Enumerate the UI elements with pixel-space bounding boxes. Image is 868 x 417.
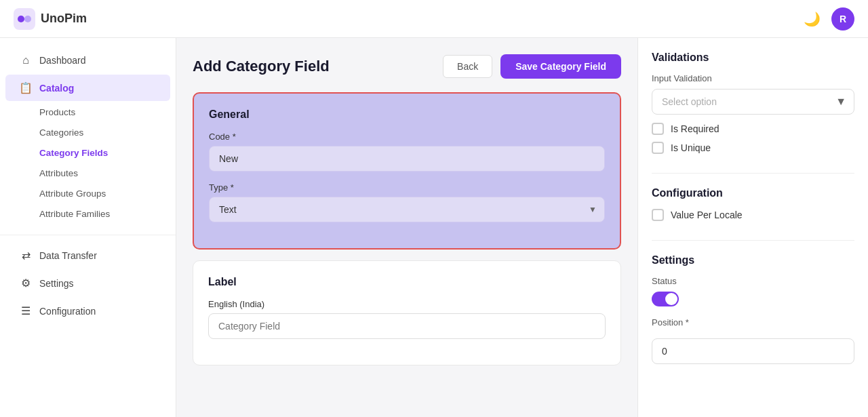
validations-title: Validations [652,52,854,64]
type-field-group: Type * Text ▼ [209,182,605,222]
logo-area: UnoPim [14,8,87,30]
general-card-title: General [209,108,605,121]
dashboard-icon: ⌂ [19,54,33,66]
settings-icon: ⚙ [19,277,33,290]
validations-section: Validations Input Validation Select opti… [652,52,854,154]
main-layout: ⌂ Dashboard 📋 Catalog Products Categorie… [0,38,868,417]
code-field-group: Code * [209,132,605,172]
logo-icon [14,8,35,30]
configuration-icon: ☰ [19,304,33,317]
input-validation-select[interactable]: Select option [652,89,854,115]
sidebar-item-attribute-families-label: Attribute Families [39,209,110,219]
sidebar-item-data-transfer-label: Data Transfer [39,250,97,261]
is-required-checkbox[interactable] [652,123,664,135]
position-input[interactable] [652,338,854,364]
validation-checkboxes: Is Required Is Unique [652,123,854,154]
main-content: Add Category Field Back Save Category Fi… [176,38,637,417]
sidebar-item-category-fields[interactable]: Category Fields [5,143,170,163]
locale-label: English (India) [208,299,606,309]
input-validation-select-wrapper: Select option ▼ [652,89,854,115]
type-select-wrapper: Text ▼ [209,197,605,222]
user-avatar[interactable]: R [831,7,854,31]
toggle-knob [665,293,677,305]
configuration-title: Configuration [652,187,854,199]
sidebar-item-configuration[interactable]: ☰ Configuration [5,298,170,324]
value-per-locale-label: Value Per Locale [671,210,743,220]
sidebar-item-dashboard[interactable]: ⌂ Dashboard [5,47,170,73]
sidebar-item-category-fields-label: Category Fields [39,148,108,158]
sidebar-item-configuration-label: Configuration [39,306,96,317]
locale-input[interactable] [208,313,606,339]
is-unique-checkbox-item[interactable]: Is Unique [652,142,854,154]
back-button[interactable]: Back [443,55,492,78]
input-validation-label: Input Validation [652,73,854,83]
sidebar-item-attribute-groups[interactable]: Attribute Groups [5,184,170,203]
position-label: Position * [652,317,854,327]
topnav-right: 🌙 R [804,7,854,31]
value-per-locale-checkbox-item[interactable]: Value Per Locale [652,209,854,221]
is-unique-label: Is Unique [671,142,711,153]
sidebar-item-attributes-label: Attributes [39,168,78,178]
page-header: Add Category Field Back Save Category Fi… [193,54,621,79]
sidebar-item-categories-label: Categories [39,127,83,138]
locale-field-group: English (India) [208,299,606,339]
is-required-label: Is Required [671,123,719,134]
code-input[interactable] [209,146,605,172]
header-actions: Back Save Category Field [443,54,621,79]
configuration-section: Configuration Value Per Locale [652,187,854,221]
sidebar-item-attribute-groups-label: Attribute Groups [39,188,106,199]
status-toggle[interactable] [652,292,679,306]
type-select[interactable]: Text [209,197,605,222]
sidebar-item-data-transfer[interactable]: ⇄ Data Transfer [5,242,170,269]
configuration-checkboxes: Value Per Locale [652,209,854,221]
label-card-title: Label [208,276,606,288]
code-label: Code * [209,132,605,142]
sidebar-item-catalog-label: Catalog [39,83,74,94]
data-transfer-icon: ⇄ [19,249,33,262]
sidebar-item-dashboard-label: Dashboard [39,55,86,66]
settings-section: Settings Status Position * [652,254,854,364]
right-panel: Validations Input Validation Select opti… [637,38,868,417]
theme-toggle-icon[interactable]: 🌙 [804,11,821,27]
catalog-icon: 📋 [19,81,33,94]
sidebar: ⌂ Dashboard 📋 Catalog Products Categorie… [0,38,176,417]
is-required-checkbox-item[interactable]: Is Required [652,123,854,135]
sidebar-item-attributes[interactable]: Attributes [5,163,170,183]
page-title: Add Category Field [193,58,330,75]
settings-title: Settings [652,254,854,266]
is-unique-checkbox[interactable] [652,142,664,154]
sidebar-item-products-label: Products [39,107,75,117]
panel-divider-1 [652,173,854,174]
sidebar-item-catalog[interactable]: 📋 Catalog [5,75,170,101]
general-card: General Code * Type * Text ▼ [193,92,621,250]
sidebar-item-attribute-families[interactable]: Attribute Families [5,204,170,224]
label-card: Label English (India) [193,260,621,365]
type-label: Type * [209,182,605,193]
sidebar-item-settings[interactable]: ⚙ Settings [5,270,170,296]
value-per-locale-checkbox[interactable] [652,209,664,221]
svg-point-1 [18,16,24,22]
status-toggle-wrapper [652,292,854,306]
panel-divider-2 [652,240,854,241]
save-category-field-button[interactable]: Save Category Field [500,54,621,79]
top-navigation: UnoPim 🌙 R [0,0,868,38]
sidebar-item-categories[interactable]: Categories [5,123,170,142]
status-label: Status [652,276,854,286]
sidebar-item-products[interactable]: Products [5,102,170,122]
app-name: UnoPim [41,12,87,26]
svg-point-2 [24,16,31,22]
sidebar-item-settings-label: Settings [39,278,74,289]
